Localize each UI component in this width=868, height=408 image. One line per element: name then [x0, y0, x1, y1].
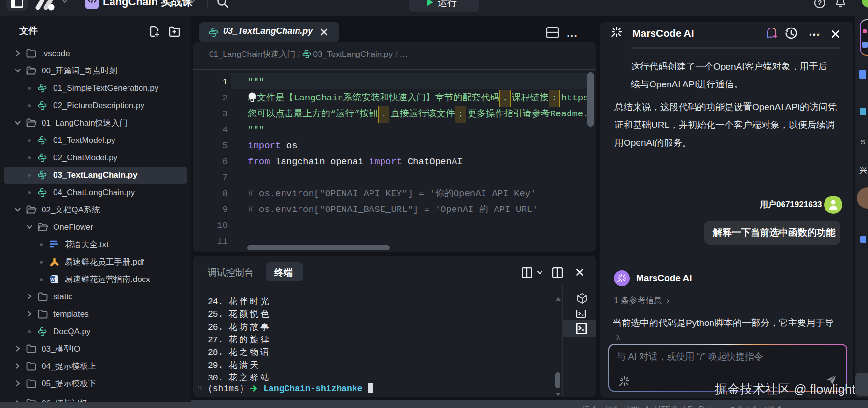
svg-text:?: ? [818, 0, 822, 7]
svg-text:W: W [50, 277, 55, 282]
